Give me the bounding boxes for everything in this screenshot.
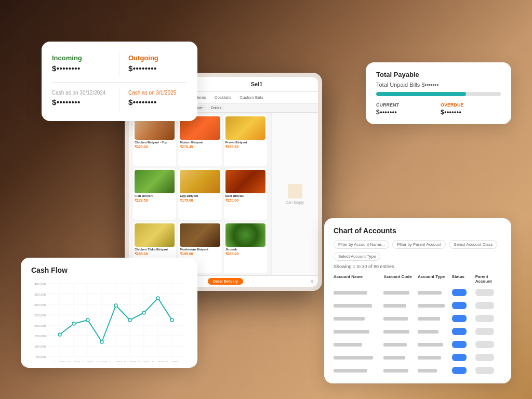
col-parent-account: Parent Account: [475, 274, 502, 284]
status-pill: [452, 315, 467, 322]
filter-account-name[interactable]: Filter by Account Name...: [334, 240, 389, 249]
col-status: Status: [452, 274, 473, 284]
progress-bar-fill: [376, 92, 466, 96]
cell-code: [383, 343, 406, 347]
filter-account-class[interactable]: Select Account Class: [449, 240, 497, 249]
cell-name: [334, 356, 373, 360]
cell-type: [418, 343, 443, 347]
food-image-3: [225, 116, 265, 140]
svg-text:Dec 2024: Dec 2024: [166, 361, 178, 362]
food-card-3[interactable]: Prawn Biriyani ₹198.52: [224, 115, 267, 166]
food-name-9: Jk cook: [225, 248, 265, 251]
food-price-4: ₹228.50: [135, 198, 175, 203]
food-name-8: Mushroom Biriyani: [180, 248, 220, 251]
food-image-7: [135, 223, 175, 247]
svg-text:350,000: 350,000: [34, 293, 46, 296]
svg-point-35: [72, 322, 75, 325]
parent-pill: [475, 367, 494, 374]
svg-point-41: [156, 297, 159, 300]
tab-cocktails[interactable]: Cocktails: [211, 94, 234, 101]
food-image-9: [225, 223, 265, 247]
outgoing-date: Cash as on 3/1/2025: [128, 90, 183, 96]
showing-count: Showing 1 to 30 of 80 entries: [334, 264, 502, 269]
food-card-4[interactable]: Fish Biriyani ₹228.50: [133, 168, 176, 220]
parent-pill: [475, 302, 494, 309]
food-name-2: Mutton Biriyani: [180, 141, 220, 144]
food-price-6: ₹150.00: [225, 198, 265, 203]
filter-parent-account[interactable]: Filter by Parent Account: [392, 240, 446, 249]
table-row: [334, 325, 502, 338]
parent-pill: [475, 341, 494, 348]
food-price-7: ₹288.00: [135, 252, 175, 256]
food-card-9[interactable]: Jk cook ₹285.00: [224, 222, 267, 273]
incoming-date-value: $••••••••: [52, 98, 115, 107]
cell-type: [418, 317, 440, 321]
svg-text:Nov 2024: Nov 2024: [152, 361, 164, 362]
status-pill: [452, 367, 467, 374]
progress-bar-background: [376, 92, 501, 96]
svg-text:250,000: 250,000: [34, 314, 46, 317]
parent-pill: [475, 289, 494, 296]
filter-account-type[interactable]: Select Account Type: [334, 252, 380, 261]
food-image-8: [180, 223, 220, 247]
svg-text:150,000: 150,000: [34, 335, 46, 338]
overdue-label: OVERDUE: [441, 102, 501, 108]
cell-code: [383, 304, 406, 308]
cell-name: [334, 317, 365, 321]
parent-pill: [475, 328, 494, 335]
outgoing-section: Outgoing $••••••••: [119, 52, 187, 77]
current-value: $•••••••: [376, 109, 436, 116]
incoming-date-section: Cash as on 30/12/2024 $••••••••: [52, 88, 119, 111]
tab-custom-eats[interactable]: Custom Eats: [236, 94, 267, 101]
food-price-5: ₹175.00: [180, 198, 220, 203]
incoming-label: Incoming: [52, 54, 115, 62]
food-card-5[interactable]: Egg Biriyani ₹175.00: [178, 168, 221, 220]
food-name-5: Egg Biriyani: [180, 194, 220, 197]
parent-pill: [475, 315, 494, 322]
food-price-8: ₹195.00: [180, 252, 220, 256]
food-card-1[interactable]: Chicken Biriyani - Top ₹320.00: [133, 115, 176, 166]
svg-text:400,000: 400,000: [34, 283, 46, 286]
payable-title: Total Payable: [376, 71, 501, 78]
cell-type: [418, 291, 442, 295]
food-name-6: Beef Biriyani: [225, 194, 265, 197]
cart-area: Cart Empty: [271, 113, 318, 275]
tablet-title: Sel1: [201, 81, 313, 87]
col-account-type: Account Type: [418, 274, 450, 284]
outgoing-value: $••••••••: [128, 64, 183, 73]
svg-text:50,000: 50,000: [36, 355, 46, 358]
filter-row-2: Select Account Type: [334, 252, 502, 261]
chart-of-accounts-card: Chart of Accounts Filter by Account Name…: [324, 218, 511, 383]
svg-point-39: [128, 318, 131, 322]
svg-point-38: [114, 304, 117, 307]
svg-point-34: [58, 333, 61, 336]
cell-code: [383, 330, 409, 334]
food-card-2[interactable]: Mutton Biriyani ₹275.45: [178, 115, 221, 166]
order-delivery-button[interactable]: Order Delivery: [208, 278, 243, 285]
accounts-table: Account Name Account Code Account Type S…: [334, 273, 502, 377]
svg-text:Jun 2024: Jun 2024: [82, 361, 94, 362]
parent-pill: [475, 354, 494, 361]
cell-code: [383, 291, 409, 295]
accounts-title: Chart of Accounts: [334, 227, 502, 235]
svg-point-36: [86, 318, 89, 322]
action-drinks[interactable]: Drinks: [208, 105, 224, 111]
food-name-4: Fish Biriyani: [135, 194, 175, 197]
cell-name: [334, 369, 367, 373]
cell-type: [418, 369, 437, 373]
food-price-3: ₹198.52: [225, 145, 265, 149]
filter-row-1: Filter by Account Name... Filter by Pare…: [334, 240, 502, 249]
food-card-6[interactable]: Beef Biriyani ₹150.00: [224, 168, 267, 220]
cashflow-svg: 400,000 350,000 300,000 250,000 200,000 …: [31, 278, 187, 362]
status-pill: [452, 354, 467, 361]
cell-name: [334, 343, 362, 347]
status-pill: [452, 341, 467, 348]
overdue-column: OVERDUE $•••••••: [441, 102, 501, 116]
cart-empty-text: Cart Empty: [286, 201, 304, 204]
total-payable-card: Total Payable Total Unpaid Bills $••••••…: [366, 62, 511, 124]
table-row: [334, 351, 502, 364]
incoming-section: Incoming $••••••••: [52, 52, 119, 77]
col-account-code: Account Code: [383, 274, 416, 284]
status-pill: [452, 328, 467, 335]
food-image-6: [225, 170, 265, 193]
